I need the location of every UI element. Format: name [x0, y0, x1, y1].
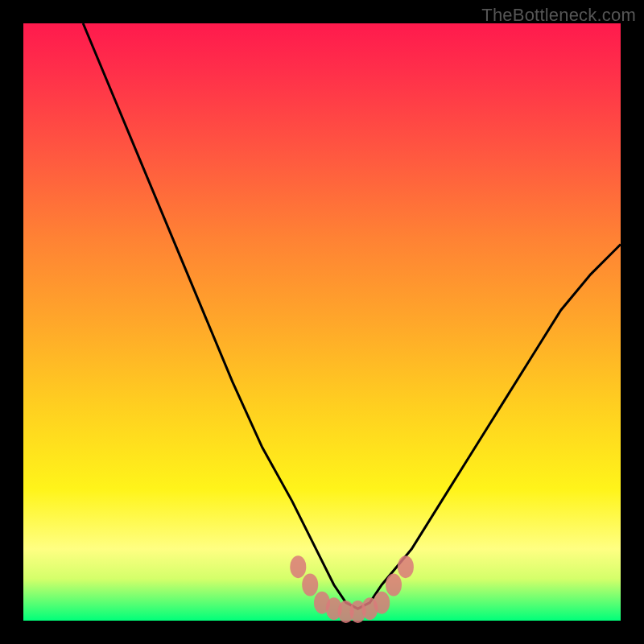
- trough-marker: [374, 592, 390, 614]
- chart-frame: TheBottleneck.com: [0, 0, 644, 644]
- trough-marker: [302, 574, 318, 597]
- curve-line: [83, 23, 621, 609]
- trough-markers: [290, 555, 414, 623]
- plot-area: [23, 23, 621, 621]
- trough-marker: [398, 555, 414, 578]
- trough-marker: [386, 574, 402, 597]
- bottleneck-curve: [23, 23, 621, 621]
- trough-marker: [290, 555, 306, 578]
- watermark-text: TheBottleneck.com: [481, 5, 636, 26]
